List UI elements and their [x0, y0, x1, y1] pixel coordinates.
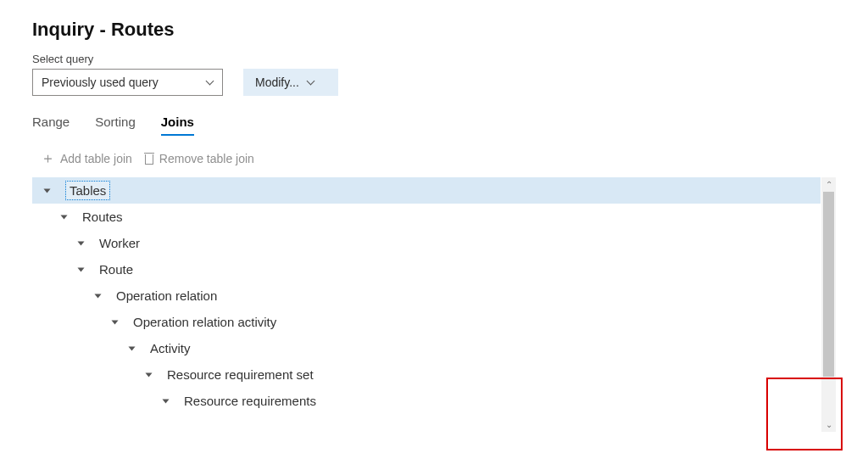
tree-node-label: Operation relation: [116, 288, 217, 303]
add-table-join-label: Add table join: [60, 152, 132, 165]
remove-table-join-button[interactable]: Remove table join: [144, 151, 254, 165]
tree-node-operation-relation[interactable]: Operation relation: [32, 283, 821, 309]
tree-node-operation-relation-activity[interactable]: Operation relation activity: [32, 309, 821, 335]
caret-icon[interactable]: [78, 265, 87, 274]
caret-icon[interactable]: [61, 212, 70, 221]
plus-icon: ＋: [41, 151, 55, 165]
tree-node-routes[interactable]: Routes: [32, 204, 821, 230]
caret-icon[interactable]: [44, 186, 53, 195]
tab-sorting[interactable]: Sorting: [95, 115, 136, 136]
remove-table-join-label: Remove table join: [159, 152, 254, 165]
tree-node-label: Operation relation activity: [133, 315, 276, 329]
tree-node-resource-requirement-set[interactable]: Resource requirement set: [32, 361, 821, 388]
tree-node-worker[interactable]: Worker: [32, 230, 821, 256]
scroll-track[interactable]: [821, 192, 836, 417]
caret-icon[interactable]: [146, 370, 155, 379]
select-query-value: Previously used query: [42, 76, 159, 89]
tree-node-tables[interactable]: Tables: [32, 177, 821, 204]
tree-node-label: Activity: [150, 341, 191, 355]
tree-node-route[interactable]: Route: [32, 256, 821, 283]
caret-icon[interactable]: [78, 238, 87, 248]
joins-tree: Tables Routes Worker Route Operation rel…: [32, 177, 821, 432]
scroll-thumb[interactable]: [823, 192, 834, 377]
caret-icon[interactable]: [95, 291, 104, 300]
chevron-down-icon: [205, 77, 215, 87]
caret-icon[interactable]: [129, 344, 138, 353]
tab-range[interactable]: Range: [32, 115, 70, 136]
modify-button[interactable]: Modify...: [243, 69, 338, 96]
tab-bar: Range Sorting Joins: [32, 115, 836, 136]
tree-node-label: Route: [99, 262, 133, 277]
modify-button-label: Modify...: [255, 76, 299, 89]
tree-node-label: Resource requirement set: [167, 367, 314, 382]
tree-node-label: Worker: [99, 236, 140, 250]
caret-icon[interactable]: [112, 317, 121, 327]
tree-node-resource-requirements[interactable]: Resource requirements: [32, 388, 821, 414]
select-query-dropdown[interactable]: Previously used query: [32, 69, 223, 96]
tab-joins[interactable]: Joins: [161, 115, 194, 136]
tree-node-label: Routes: [82, 210, 123, 224]
tree-node-label: Resource requirements: [184, 394, 316, 408]
select-query-label: Select query: [32, 53, 836, 65]
page-title: Inquiry - Routes: [32, 19, 836, 41]
trash-icon: [144, 153, 154, 165]
tree-node-label: Tables: [65, 181, 110, 200]
tree-node-activity[interactable]: Activity: [32, 335, 821, 361]
caret-icon[interactable]: [163, 396, 172, 406]
add-table-join-button[interactable]: ＋ Add table join: [41, 151, 132, 165]
scroll-down-button[interactable]: ⌄: [821, 417, 836, 432]
scroll-up-button[interactable]: ⌃: [821, 177, 836, 192]
tree-scrollbar[interactable]: ⌃ ⌄: [821, 177, 836, 432]
chevron-down-icon: [306, 77, 316, 87]
